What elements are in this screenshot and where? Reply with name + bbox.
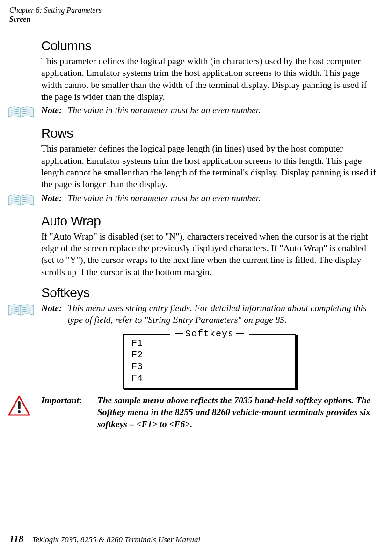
note-label: Note: xyxy=(41,192,67,204)
note-text: This menu uses string entry fields. For … xyxy=(67,302,378,326)
warning-triangle-icon xyxy=(7,394,41,417)
important-label: Important: xyxy=(41,394,97,430)
note-text: The value in this parameter must be an e… xyxy=(67,104,378,116)
heading-rows: Rows xyxy=(41,126,378,141)
section-line: Screen xyxy=(9,15,102,23)
menu-item: F4 xyxy=(131,372,288,384)
note-rows: Note: The value in this parameter must b… xyxy=(7,192,378,208)
menu-item: F3 xyxy=(131,361,288,372)
svg-rect-18 xyxy=(18,401,20,409)
page-footer: 118 Teklogix 7035, 8255 & 8260 Terminals… xyxy=(9,533,200,545)
important-note: Important: The sample menu above reflect… xyxy=(7,394,378,430)
manual-title: Teklogix 7035, 8255 & 8260 Terminals Use… xyxy=(32,535,201,544)
note-columns: Note: The value in this parameter must b… xyxy=(7,104,378,120)
menu-item: F2 xyxy=(131,349,288,361)
chapter-line: Chapter 6: Setting Parameters xyxy=(9,6,102,15)
book-icon xyxy=(7,302,41,318)
note-label: Note: xyxy=(41,302,67,326)
body-autowrap: If "Auto Wrap" is disabled (set to "N"),… xyxy=(41,231,378,278)
note-text: The value in this parameter must be an e… xyxy=(67,192,378,204)
heading-autowrap: Auto Wrap xyxy=(41,214,378,229)
important-text: The sample menu above reflects the 7035 … xyxy=(97,394,378,430)
heading-columns: Columns xyxy=(41,38,378,53)
softkeys-menu-title: Softkeys xyxy=(170,328,249,339)
book-icon xyxy=(7,104,41,120)
body-rows: This parameter defines the logical page … xyxy=(41,143,378,190)
body-columns: This parameter defines the logical page … xyxy=(41,55,378,102)
note-softkeys: Note: This menu uses string entry fields… xyxy=(7,302,378,326)
svg-point-19 xyxy=(18,410,21,413)
page-content: Columns This parameter defines the logic… xyxy=(41,33,378,430)
heading-softkeys: Softkeys xyxy=(41,285,378,300)
note-label: Note: xyxy=(41,104,67,116)
softkeys-menu: Softkeys F1 F2 F3 F4 xyxy=(123,334,296,389)
book-icon xyxy=(7,192,41,208)
page-number: 118 xyxy=(9,533,23,545)
page-header: Chapter 6: Setting Parameters Screen xyxy=(9,6,102,23)
softkeys-menu-items: F1 F2 F3 F4 xyxy=(131,337,288,384)
